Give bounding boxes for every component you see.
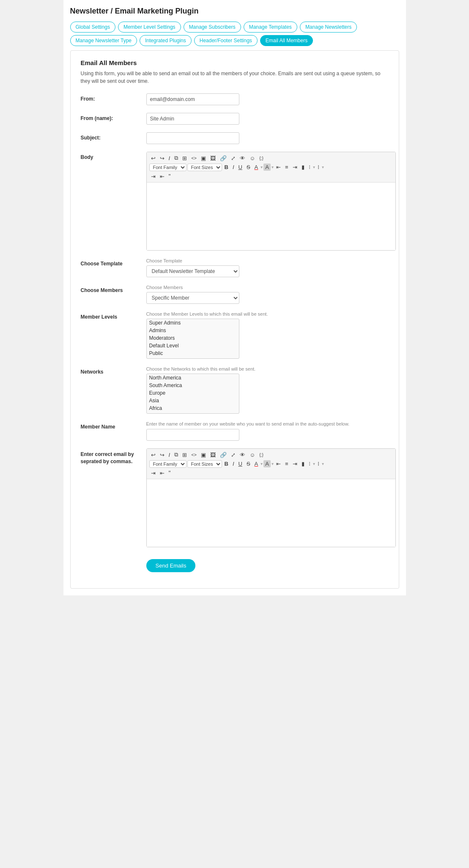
code-button[interactable]: <> <box>189 155 198 161</box>
undo-button[interactable]: ↩ <box>149 154 157 162</box>
email-preview-button[interactable]: 👁 <box>238 451 247 459</box>
subject-label: Subject: <box>81 132 146 141</box>
email-bold-button[interactable]: B <box>223 460 230 468</box>
network-asia[interactable]: Asia <box>147 397 239 404</box>
member-levels-listbox[interactable]: Super Admins Admins Moderators Default L… <box>146 319 239 359</box>
members-select[interactable]: Specific Member All Members Member Level <box>146 292 239 304</box>
email-ol-button[interactable]: ⁞ <box>316 460 321 468</box>
email-undo-button[interactable]: ↩ <box>149 451 157 459</box>
emoji-button[interactable]: ☺ <box>248 154 257 162</box>
tab-member-level-settings[interactable]: Member Level Settings <box>118 22 181 33</box>
font-color-button[interactable]: A <box>253 163 260 171</box>
email-list-label: Enter correct email by seprated by comma… <box>81 448 146 465</box>
email-source-button[interactable]: {;} <box>258 452 265 458</box>
tab-global-settings[interactable]: Global Settings <box>70 22 115 33</box>
network-north-america[interactable]: North America <box>147 374 239 382</box>
email-align-justify-button[interactable]: ▮ <box>300 460 306 468</box>
email-image-button[interactable]: 🖼 <box>208 451 217 459</box>
send-emails-button[interactable]: Send Emails <box>146 559 196 572</box>
tab-integrated-plugins[interactable]: Integrated Plugins <box>140 35 192 46</box>
tab-manage-newsletters[interactable]: Manage Newsletters <box>300 22 357 33</box>
networks-sublabel: Choose the Networks to which this email … <box>146 366 389 371</box>
copy-button[interactable]: ⧉ <box>173 154 180 162</box>
table-button[interactable]: ⊞ <box>181 154 189 162</box>
align-justify-button[interactable]: ▮ <box>300 163 306 171</box>
email-align-right-button[interactable]: ⇥ <box>291 460 299 468</box>
member-level-moderators[interactable]: Moderators <box>147 334 239 342</box>
email-indent-button[interactable]: ⇥ <box>149 469 157 477</box>
tab-manage-newsletter-type[interactable]: Manage Newsletter Type <box>70 35 137 46</box>
email-font-color-button[interactable]: A <box>253 460 260 468</box>
member-levels-label: Member Levels <box>81 311 146 320</box>
send-control: Send Emails <box>146 555 389 572</box>
media-button[interactable]: ▣ <box>199 154 208 162</box>
tab-manage-templates[interactable]: Manage Templates <box>244 22 297 33</box>
email-align-left-button[interactable]: ⇤ <box>274 460 282 468</box>
tab-email-all-members[interactable]: Email All Members <box>260 35 313 46</box>
email-quote-button[interactable]: " <box>167 469 173 477</box>
ul-button[interactable]: ⁝ <box>307 163 312 171</box>
from-input[interactable] <box>146 93 239 105</box>
italic-icon-btn[interactable]: I <box>167 154 172 162</box>
network-africa[interactable]: Africa <box>147 404 239 412</box>
main-card: Email All Members Using this form, you w… <box>70 50 399 589</box>
expand-button[interactable]: ⤢ <box>229 154 237 162</box>
image-button[interactable]: 🖼 <box>208 154 217 162</box>
ol-button[interactable]: ⁞ <box>316 163 321 171</box>
from-name-input[interactable] <box>146 113 239 125</box>
email-underline-button[interactable]: U <box>237 460 244 468</box>
email-strikethrough-button[interactable]: S <box>245 460 252 468</box>
tab-manage-subscribers[interactable]: Manage Subscribers <box>184 22 241 33</box>
email-ul-button[interactable]: ⁝ <box>307 460 312 468</box>
source-button[interactable]: {;} <box>258 155 265 161</box>
member-name-control: Enter the name of member on your website… <box>146 421 389 441</box>
email-link-button[interactable]: 🔗 <box>218 451 228 459</box>
email-expand-button[interactable]: ⤢ <box>229 451 237 459</box>
indent-button[interactable]: ⇥ <box>149 172 157 180</box>
email-emoji-button[interactable]: ☺ <box>248 451 257 459</box>
email-font-family-select[interactable]: Font Family <box>149 460 187 468</box>
members-sublabel: Choose Members <box>146 285 389 290</box>
email-ul-arrow: ▾ <box>313 461 315 466</box>
bold-button[interactable]: B <box>223 163 230 171</box>
ol-arrow: ▾ <box>322 165 324 169</box>
member-level-admins[interactable]: Admins <box>147 327 239 334</box>
email-copy-button[interactable]: ⧉ <box>173 450 180 459</box>
preview-button[interactable]: 👁 <box>238 154 247 162</box>
member-level-public[interactable]: Public <box>147 349 239 357</box>
tab-header-footer-settings[interactable]: Header/Footer Settings <box>194 35 258 46</box>
email-italic-icon-btn[interactable]: I <box>167 451 172 459</box>
outdent-button[interactable]: ⇤ <box>158 172 166 180</box>
member-level-default[interactable]: Default Level <box>147 342 239 349</box>
italic-button[interactable]: I <box>231 163 236 171</box>
redo-button[interactable]: ↪ <box>158 154 166 162</box>
body-editor-content[interactable] <box>147 183 395 250</box>
email-table-button[interactable]: ⊞ <box>181 451 189 459</box>
email-font-sizes-select[interactable]: Font Sizes <box>187 460 222 468</box>
member-level-super-admins[interactable]: Super Admins <box>147 319 239 327</box>
link-button[interactable]: 🔗 <box>218 154 228 162</box>
networks-listbox[interactable]: North America South America Europe Asia … <box>146 374 239 414</box>
email-align-center-button[interactable]: ≡ <box>283 460 290 468</box>
align-right-button[interactable]: ⇥ <box>291 163 299 171</box>
align-left-button[interactable]: ⇤ <box>274 163 282 171</box>
font-sizes-select[interactable]: Font Sizes <box>187 164 222 171</box>
bg-color-button[interactable]: A <box>263 164 271 171</box>
template-select[interactable]: Default Newsletter Template <box>146 265 239 277</box>
strikethrough-button[interactable]: S <box>245 163 252 171</box>
email-list-editor-content[interactable] <box>147 479 395 547</box>
subject-input[interactable] <box>146 132 239 144</box>
email-bg-color-button[interactable]: A <box>263 460 271 467</box>
email-italic-button[interactable]: I <box>231 460 236 468</box>
email-media-button[interactable]: ▣ <box>199 451 208 459</box>
underline-button[interactable]: U <box>237 163 244 171</box>
quote-button[interactable]: " <box>167 172 173 180</box>
email-outdent-button[interactable]: ⇤ <box>158 469 166 477</box>
network-south-america[interactable]: South America <box>147 382 239 389</box>
align-center-button[interactable]: ≡ <box>283 163 290 171</box>
member-name-input[interactable] <box>146 429 239 441</box>
email-redo-button[interactable]: ↪ <box>158 451 166 459</box>
font-family-select[interactable]: Font Family <box>149 164 187 171</box>
network-europe[interactable]: Europe <box>147 389 239 397</box>
email-code-button[interactable]: <> <box>189 451 198 458</box>
